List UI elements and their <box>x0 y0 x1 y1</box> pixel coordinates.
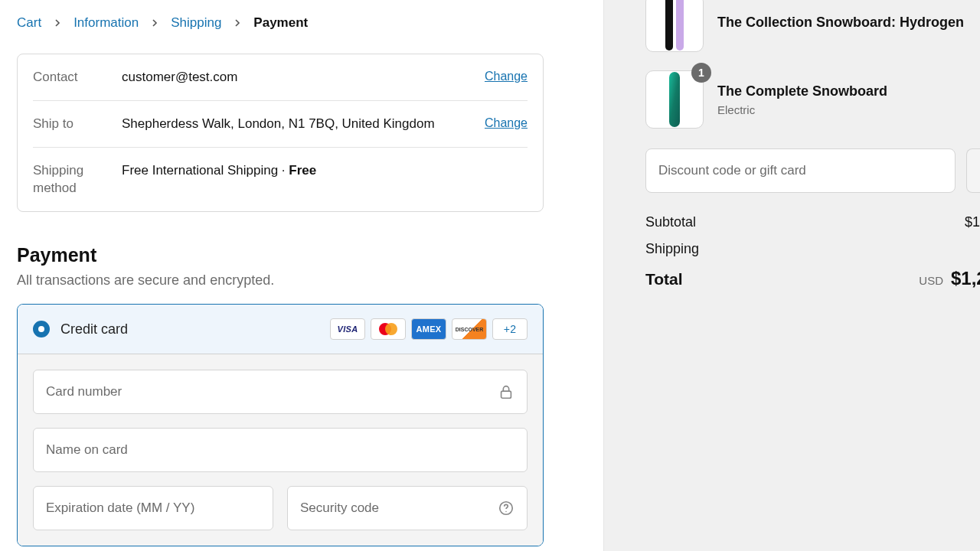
review-row-contact: Contact customer@test.com Change <box>33 54 528 100</box>
total-label: Total <box>645 270 919 289</box>
review-row-shipto: Ship to Shepherdess Walk, London, N1 7BQ… <box>33 100 528 147</box>
review-row-method: Shipping method Free International Shipp… <box>33 147 528 212</box>
total-row: Total USD $1,2 <box>645 268 980 289</box>
expiration-field-wrap <box>33 486 273 530</box>
change-contact-link[interactable]: Change <box>485 68 528 83</box>
cart-item-title: The Collection Snowboard: Hydrogen <box>717 14 964 31</box>
subtotal-value: $1 <box>965 214 980 230</box>
expiration-field[interactable] <box>46 500 260 516</box>
apply-discount-button[interactable] <box>966 148 980 193</box>
svg-point-2 <box>505 511 506 512</box>
review-label: Contact <box>33 68 122 86</box>
mastercard-icon <box>371 318 406 340</box>
review-shipto-value: Shepherdess Walk, London, N1 7BQ, United… <box>122 115 485 133</box>
product-thumb <box>645 0 704 52</box>
card-number-field-wrap <box>33 370 528 414</box>
chevron-right-icon <box>151 19 158 27</box>
shipping-label: Shipping <box>645 241 980 257</box>
security-code-field[interactable] <box>300 500 514 516</box>
name-on-card-field-wrap <box>33 428 528 472</box>
svg-rect-5 <box>669 72 680 127</box>
breadcrumb-payment: Payment <box>253 15 308 31</box>
discount-field-wrap <box>645 148 956 193</box>
lock-icon <box>498 383 514 400</box>
cart-item: The Collection Snowboard: Hydrogen <box>645 0 980 61</box>
review-method-value: Free International Shipping · Free <box>122 161 528 180</box>
svg-rect-4 <box>676 0 684 51</box>
cart-item: 1 The Complete Snowboard Electric <box>645 61 980 138</box>
payment-heading: Payment <box>17 244 603 266</box>
shipping-row: Shipping <box>645 241 980 257</box>
cart-item-variant: Electric <box>717 103 887 116</box>
order-summary: The Collection Snowboard: Hydrogen 1 The… <box>603 0 980 551</box>
discover-icon: DISCOVER <box>452 318 487 340</box>
amex-icon: AMEX <box>411 318 446 340</box>
review-box: Contact customer@test.com Change Ship to… <box>17 54 544 212</box>
review-contact-value: customer@test.com <box>122 68 485 86</box>
svg-rect-0 <box>501 391 511 398</box>
breadcrumb: Cart Information Shipping Payment <box>17 15 603 31</box>
breadcrumb-shipping[interactable]: Shipping <box>171 15 221 31</box>
subtotal-label: Subtotal <box>645 214 965 230</box>
payment-method-credit-card[interactable]: Credit card VISA AMEX DISCOVER +2 <box>18 305 543 354</box>
radio-selected-icon <box>33 321 50 337</box>
total-currency: USD <box>919 274 943 287</box>
chevron-right-icon <box>234 19 241 27</box>
visa-icon: VISA <box>330 318 365 340</box>
review-label: Ship to <box>33 115 122 133</box>
payment-method-block: Credit card VISA AMEX DISCOVER +2 <box>17 304 544 546</box>
card-brand-icons: VISA AMEX DISCOVER +2 <box>330 318 528 340</box>
breadcrumb-information[interactable]: Information <box>74 15 139 31</box>
subtotal-row: Subtotal $1 <box>645 214 980 230</box>
payment-subheading: All transactions are secure and encrypte… <box>17 272 603 289</box>
cart-item-title: The Complete Snowboard <box>717 83 887 100</box>
discount-field[interactable] <box>658 163 942 178</box>
quantity-badge: 1 <box>691 63 711 83</box>
total-value: $1,2 <box>951 268 980 289</box>
payment-fields <box>18 354 543 546</box>
card-number-field[interactable] <box>46 384 514 399</box>
help-icon[interactable] <box>498 500 514 517</box>
more-cards-badge: +2 <box>492 318 528 340</box>
name-on-card-field[interactable] <box>46 442 514 458</box>
change-shipto-link[interactable]: Change <box>485 115 528 130</box>
security-code-field-wrap <box>287 486 528 530</box>
svg-rect-3 <box>665 0 673 51</box>
review-label: Shipping method <box>33 161 122 198</box>
chevron-right-icon <box>54 19 61 27</box>
payment-method-label: Credit card <box>60 321 330 337</box>
breadcrumb-cart[interactable]: Cart <box>17 15 41 31</box>
